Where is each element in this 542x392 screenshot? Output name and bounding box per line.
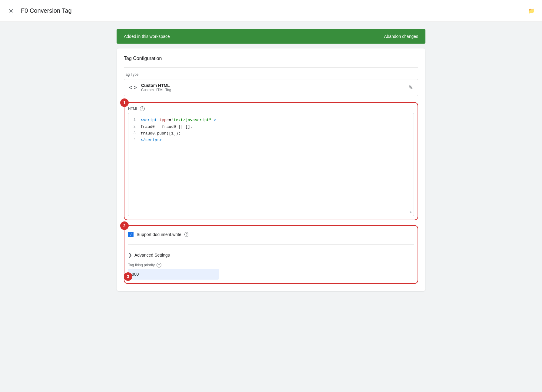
code-editor[interactable]: 1 <script type="text/javascript" > 2 fra… xyxy=(128,113,414,216)
advanced-settings-row[interactable]: ❯ Advanced Settings xyxy=(128,250,414,260)
tag-firing-priority-input[interactable] xyxy=(128,269,219,280)
annotation-1: 1 xyxy=(120,98,129,107)
tag-type-row: < > Custom HTML Custom HTML Tag ✎ xyxy=(124,79,418,96)
html-editor-outlined: 1 HTML ? 1 <script type="text/javascript… xyxy=(124,102,418,220)
divider xyxy=(124,67,418,68)
line-num-1: 1 xyxy=(131,117,136,124)
code-line-4: 4 </script> xyxy=(131,137,411,144)
chevron-down-icon: ❯ xyxy=(128,252,132,258)
tag-type-sub: Custom HTML Tag xyxy=(141,88,171,92)
status-banner: Added in this workspace Abandon changes xyxy=(117,29,425,44)
resize-handle[interactable]: ↘ xyxy=(409,209,412,214)
html-help-icon[interactable]: ? xyxy=(140,106,145,111)
priority-field-wrapper: 3 xyxy=(128,269,414,280)
tag-type-label: Tag Type xyxy=(124,72,418,77)
page-title: F0 Conversion Tag xyxy=(21,7,525,14)
abandon-changes-button[interactable]: Abandon changes xyxy=(384,34,418,39)
tag-type-info: Custom HTML Custom HTML Tag xyxy=(141,83,171,92)
code-line-1: 1 <script type="text/javascript" > xyxy=(131,117,411,124)
edit-icon[interactable]: ✎ xyxy=(408,84,413,91)
doc-write-help-icon[interactable]: ? xyxy=(184,232,189,237)
annotation-2: 2 xyxy=(120,221,129,230)
support-doc-write-label: Support document.write xyxy=(137,232,181,237)
advanced-settings-label: Advanced Settings xyxy=(134,253,170,257)
divider-2 xyxy=(128,244,414,245)
code-line-3: 3 fraud0.push([1]); xyxy=(131,130,411,137)
tag-type-left: < > Custom HTML Custom HTML Tag xyxy=(129,83,171,92)
code-brackets-icon: < > xyxy=(129,85,137,91)
line-code-2: fraud0 = fraud0 || []; xyxy=(140,124,193,130)
tag-type-name: Custom HTML xyxy=(141,83,171,88)
line-code-4: </script> xyxy=(140,137,162,144)
header: ✕ F0 Conversion Tag 📁 xyxy=(0,0,542,22)
priority-help-icon[interactable]: ? xyxy=(157,263,161,267)
code-line-2: 2 fraud0 = fraud0 || []; xyxy=(131,124,411,130)
close-button[interactable]: ✕ xyxy=(7,6,15,16)
line-num-2: 2 xyxy=(131,124,136,130)
bottom-settings-outlined: 2 ✓ Support document.write ? ❯ Advanced … xyxy=(124,225,418,284)
html-label: HTML ? xyxy=(128,106,414,111)
html-editor-section: 1 HTML ? 1 <script type="text/javascript… xyxy=(124,102,418,220)
line-num-4: 4 xyxy=(131,137,136,144)
annotation-3: 3 xyxy=(124,272,132,281)
tag-configuration-card: Tag Configuration Tag Type < > Custom HT… xyxy=(117,48,425,291)
main-content: Added in this workspace Abandon changes … xyxy=(117,22,425,298)
support-doc-write-row: ✓ Support document.write ? xyxy=(128,229,414,240)
card-title: Tag Configuration xyxy=(124,56,418,61)
line-num-3: 3 xyxy=(131,130,136,137)
tag-firing-priority-label: Tag firing priority ? xyxy=(128,263,414,267)
bottom-settings-section: 2 ✓ Support document.write ? ❯ Advanced … xyxy=(124,225,418,284)
checkmark-icon: ✓ xyxy=(129,233,133,237)
tag-firing-priority-text: Tag firing priority xyxy=(128,263,155,267)
html-label-text: HTML xyxy=(128,107,138,111)
support-doc-write-checkbox[interactable]: ✓ xyxy=(128,232,134,237)
status-text: Added in this workspace xyxy=(124,34,170,39)
line-code-3: fraud0.push([1]); xyxy=(140,130,181,137)
line-code-1: <script type="text/javascript" > xyxy=(140,117,216,124)
folder-icon[interactable]: 📁 xyxy=(528,8,535,14)
